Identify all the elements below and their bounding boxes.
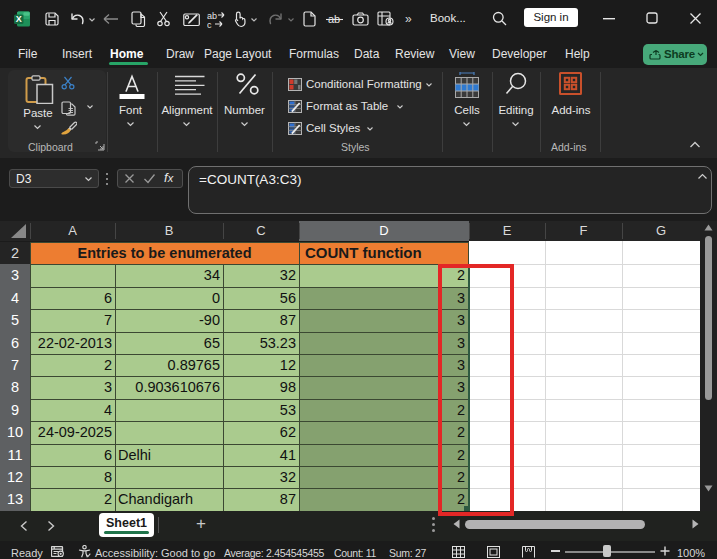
svg-text:c: c bbox=[207, 20, 212, 29]
svg-text:X: X bbox=[16, 14, 22, 24]
